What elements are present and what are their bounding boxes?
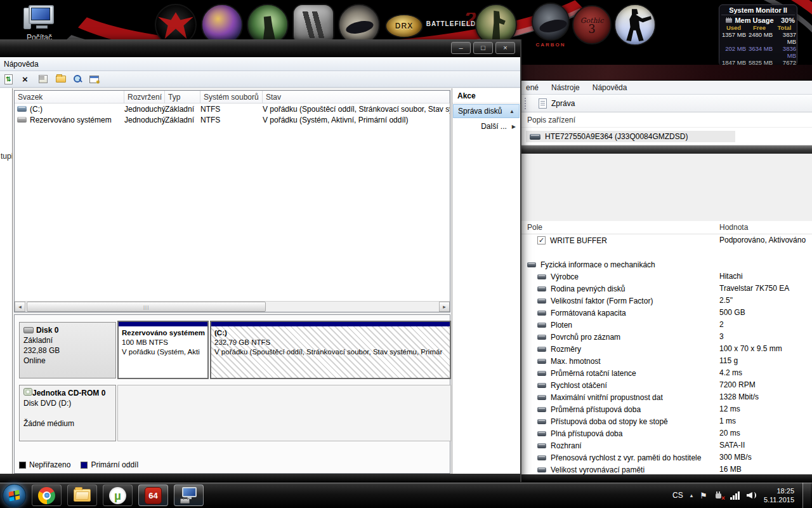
- disk-management-taskbar-button[interactable]: [174, 485, 204, 506]
- open-folder-icon[interactable]: [56, 76, 66, 83]
- minimize-button[interactable]: –: [451, 42, 471, 54]
- windows-flag-icon: [8, 490, 20, 501]
- clock[interactable]: 18:25 5.11.2015: [764, 486, 796, 504]
- partition-c[interactable]: (C:) 232,79 GB NTFS V pořádku (Spouštěcí…: [210, 321, 451, 379]
- field-icon: [537, 455, 546, 460]
- drx-game-icon[interactable]: DRX: [385, 14, 423, 38]
- field-value: 1328 Mbit/s: [719, 391, 759, 403]
- counter-strike-game-icon[interactable]: [614, 4, 656, 46]
- cdrom-label-box[interactable]: Jednotka CD-ROM 0 Disk DVD (D:) Žádné mé…: [19, 385, 116, 441]
- computer-desktop-icon[interactable]: Počítač: [16, 5, 62, 42]
- detail-row[interactable]: ✓: [521, 246, 812, 258]
- scroll-right-button[interactable]: ▸: [439, 302, 450, 312]
- menu-item-napoveda[interactable]: Nápověda: [4, 60, 39, 69]
- delete-icon[interactable]: ×: [20, 74, 30, 84]
- scroll-left-button[interactable]: ◂: [15, 302, 25, 312]
- detail-row[interactable]: ✓ Rozhraní SATA-II: [521, 439, 812, 451]
- eagle-emblem-icon: [156, 5, 195, 44]
- volume-icon[interactable]: [747, 491, 757, 500]
- detail-row[interactable]: ✓ Přenosová rychlost z vyr. paměti do ho…: [521, 451, 812, 464]
- column-header-field[interactable]: Pole: [521, 223, 719, 232]
- detail-row[interactable]: ✓ Povrchů pro záznam 3: [521, 331, 812, 343]
- start-button[interactable]: [3, 484, 26, 507]
- partition-name: (C:): [214, 329, 227, 337]
- tree-text-fragment: tupi: [1, 152, 13, 161]
- nfs-carbon-game-icon[interactable]: [532, 3, 570, 41]
- more-actions-item[interactable]: Další ... ▶: [452, 119, 520, 134]
- menu-item-fragment[interactable]: ené: [526, 83, 539, 92]
- menu-item-nastroje[interactable]: Nástroje: [551, 83, 580, 92]
- volume-list: Svazek Rozvržení Typ Systém souborů Stav…: [14, 90, 450, 312]
- detail-row[interactable]: ✓ Plná přístupová doba 20 ms: [521, 427, 812, 439]
- detail-row[interactable]: ✓ Velikost vyrovnávací paměti 16 MB: [521, 464, 812, 474]
- cdrom-empty-region[interactable]: [117, 385, 451, 441]
- column-header-svazek[interactable]: Svazek: [15, 91, 124, 104]
- primary-partition-strip: [119, 322, 207, 326]
- field-label: Průměrná rotační latence: [551, 369, 636, 378]
- detail-row[interactable]: ✓ Průměrná rotační latence 4.2 ms: [521, 367, 812, 379]
- disk-management-titlebar[interactable]: – □ ×: [0, 39, 520, 57]
- gothic-3-numeral: 3: [588, 25, 595, 34]
- properties-icon[interactable]: [39, 75, 48, 83]
- scrollbar-thumb[interactable]: |||: [27, 302, 266, 312]
- system-monitor-gadget[interactable]: System Monitor II Mem Usage 30% Used Fre…: [719, 4, 797, 66]
- cdrom-drive-letter: Disk DVD (D:): [23, 398, 112, 408]
- horizontal-scrollbar[interactable]: ◂ ||| ▸: [15, 301, 450, 312]
- gothic3-game-icon[interactable]: Gothic 3: [572, 5, 612, 44]
- column-header-rozvrzeni[interactable]: Rozvržení: [124, 91, 165, 104]
- power-icon[interactable]: ×: [714, 491, 723, 500]
- col-total: Total: [773, 24, 796, 31]
- detail-row[interactable]: ✓ Rychlost otáčení 7200 RPM: [521, 379, 812, 391]
- primary-partition-swatch: [81, 462, 88, 469]
- console-settings-icon[interactable]: [89, 76, 99, 83]
- aida64-titlebar[interactable]: [521, 65, 812, 81]
- detail-row[interactable]: ✓ Max. hmotnost 115 g: [521, 355, 812, 367]
- volume-row[interactable]: (C:) Jednoduchý Základní NTFS V pořádku …: [15, 104, 450, 114]
- field-value: Travelstar 7K750 EA: [719, 283, 789, 295]
- report-button[interactable]: Zpráva: [532, 96, 581, 111]
- actions-pane: Akce Správa disků ▲ Další ... ▶: [452, 88, 520, 474]
- explorer-taskbar-button[interactable]: [67, 485, 97, 506]
- column-header-stav[interactable]: Stav: [263, 91, 450, 104]
- sprava-disku-action[interactable]: Správa disků ▲: [453, 104, 520, 118]
- menu-item-napoveda[interactable]: Nápověda: [593, 83, 627, 92]
- column-header-typ[interactable]: Typ: [165, 91, 200, 104]
- detail-row[interactable]: ✓ WRITE BUFFER Podporováno, Aktivováno: [521, 234, 812, 246]
- detail-row[interactable]: ✓ Rodina pevných disků Travelstar 7K750 …: [521, 283, 812, 295]
- utorrent-taskbar-button[interactable]: µ: [103, 485, 133, 506]
- detail-row[interactable]: ✓ Průměrná přístupová doba 12 ms: [521, 403, 812, 415]
- console-tree-toggle-icon[interactable]: [4, 74, 13, 84]
- detail-row[interactable]: ✓ Maximální vnitřní propustnost dat 1328…: [521, 391, 812, 403]
- battlefield2-game-icon[interactable]: 2 BATTLEFIELD: [424, 13, 478, 34]
- aida64-taskbar-button[interactable]: 64: [138, 485, 168, 506]
- detail-row[interactable]: ✓ Přístupová doba od stopy ke stopě 1 ms: [521, 415, 812, 427]
- volume-row[interactable]: Rezervováno systémem Jednoduchý Základní…: [15, 114, 450, 125]
- disk0-label-box[interactable]: Disk 0 Základní 232,88 GB Online: [19, 322, 116, 378]
- search-icon[interactable]: [73, 74, 82, 84]
- partition-system-reserved[interactable]: Rezervováno systémem 100 MB NTFS V pořád…: [117, 321, 209, 379]
- nfs-carbon-dock-slot[interactable]: CARBON: [532, 3, 570, 41]
- soldier-silhouette-icon: [476, 5, 516, 44]
- close-button[interactable]: ×: [495, 42, 515, 54]
- console-tree-sliver[interactable]: tupi: [0, 88, 13, 474]
- detail-row[interactable]: ✓ Ploten 2: [521, 319, 812, 331]
- action-center-icon[interactable]: ⚑: [700, 491, 707, 500]
- column-header-value[interactable]: Hodnota: [719, 223, 748, 232]
- column-header-system-souboru[interactable]: Systém souborů: [200, 91, 263, 104]
- detail-row[interactable]: ✓ Výrobce Hitachi: [521, 271, 812, 283]
- scrollbar-track[interactable]: [266, 302, 439, 312]
- network-icon[interactable]: [730, 491, 740, 500]
- detail-row[interactable]: ✓ Rozměry 100 x 70 x 9.5 mm: [521, 343, 812, 355]
- detail-row[interactable]: ✓ Fyzická informace o mechanikách: [521, 258, 812, 271]
- pane-splitter[interactable]: [521, 145, 812, 154]
- maximize-button[interactable]: □: [473, 42, 493, 54]
- chrome-taskbar-button[interactable]: [32, 485, 62, 506]
- language-indicator[interactable]: CS: [672, 491, 683, 500]
- detail-row[interactable]: ✓ Velikostní faktor (Form Factor) 2.5": [521, 295, 812, 307]
- toolbar-grip[interactable]: [525, 98, 527, 109]
- show-hidden-icons-button[interactable]: ▴: [690, 492, 693, 498]
- detail-row[interactable]: ✓ Formátovaná kapacita 500 GB: [521, 307, 812, 319]
- show-desktop-button[interactable]: [802, 483, 811, 508]
- write-buffer-checkbox[interactable]: ✓: [537, 236, 546, 244]
- device-row[interactable]: HTE727550A9E364 (J33Q0084GMZDSD): [526, 131, 735, 142]
